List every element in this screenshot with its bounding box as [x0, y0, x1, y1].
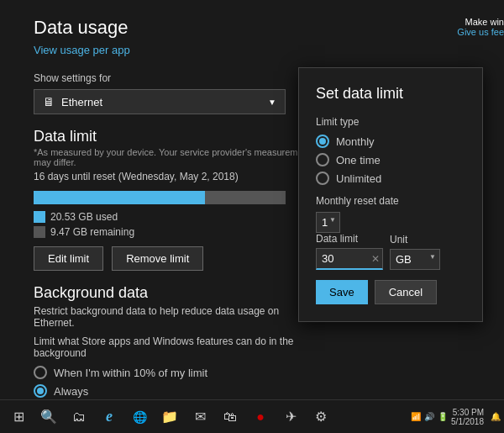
data-limit-input-wrap: ✕ — [316, 248, 383, 270]
ie-icon: 🌐 — [133, 410, 147, 424]
taskbar-sound-icon: 🔊 — [424, 412, 434, 421]
limit-type-label: Limit type — [316, 116, 465, 128]
data-limit-field-label: Data limit — [316, 233, 383, 245]
taskbar-time[interactable]: 5:30 PM 5/1/2018 — [451, 408, 484, 426]
monitor-icon: 🖥 — [43, 95, 55, 108]
bg-option-always[interactable]: Always — [34, 384, 470, 398]
top-right-links: Make win Give us fee — [457, 17, 504, 37]
folder-icon: 📁 — [161, 409, 178, 425]
taskbar-battery-icon: 🔋 — [438, 412, 448, 421]
reset-date-select-wrap: 1 2 5 10 15 20 25 — [316, 212, 340, 233]
search-icon: 🔍 — [40, 409, 57, 425]
time-display: 5:30 PM — [451, 408, 484, 417]
set-data-limit-modal: Set data limit Limit type Monthly One ti… — [298, 67, 483, 322]
data-limit-note: *As measured by your device. Your servic… — [34, 147, 319, 167]
taskbar-network-icon: 📶 — [411, 412, 421, 421]
taskbar-edge[interactable]: e — [94, 402, 124, 432]
chevron-down-icon: ▼ — [268, 98, 276, 107]
bg-option-always-label: Always — [54, 385, 88, 398]
used-dot — [34, 211, 45, 223]
unit-label: Unit — [390, 234, 440, 246]
remaining-label: 9.47 GB remaining — [50, 226, 134, 238]
taskbar-taskview[interactable]: 🗂 — [64, 402, 94, 432]
remaining-dot — [34, 226, 45, 238]
taskbar: ⊞ 🔍 🗂 e 🌐 📁 ✉ 🛍 ● ✈ ⚙ 📶 🔊 🔋 5:30 PM 5/1/… — [0, 399, 504, 433]
date-display: 5/1/2018 — [451, 417, 484, 426]
unit-select-wrap: GB MB — [390, 249, 440, 270]
modal-title: Set data limit — [316, 85, 465, 103]
reset-date-row: 1 2 5 10 15 20 25 — [316, 212, 465, 233]
telegram-icon: ✈ — [286, 409, 297, 425]
taskbar-notification-icon[interactable]: 🔔 — [491, 412, 501, 421]
view-usage-link[interactable]: View usage per app — [34, 44, 130, 56]
app1-icon: ● — [256, 409, 265, 425]
bg-radio-always[interactable] — [34, 384, 47, 398]
modal-radio-onetime[interactable] — [316, 153, 329, 166]
reset-date-select[interactable]: 1 2 5 10 15 20 25 — [316, 212, 340, 233]
taskbar-telegram[interactable]: ✈ — [276, 402, 306, 432]
modal-cancel-button[interactable]: Cancel — [375, 280, 437, 304]
edit-limit-button[interactable]: Edit limit — [34, 246, 103, 271]
modal-unlimited-option[interactable]: Unlimited — [316, 172, 465, 185]
network-dropdown[interactable]: 🖥 Ethernet ▼ — [34, 89, 286, 114]
clear-input-icon[interactable]: ✕ — [371, 253, 380, 265]
bg-data-desc: Restrict background data to help reduce … — [34, 305, 319, 329]
modal-unlimited-label: Unlimited — [336, 172, 381, 185]
taskbar-settings[interactable]: ⚙ — [306, 402, 336, 432]
taskbar-right: 📶 🔊 🔋 5:30 PM 5/1/2018 🔔 — [411, 408, 501, 426]
store-icon: 🛍 — [223, 409, 237, 425]
modal-button-row: Save Cancel — [316, 280, 465, 304]
modal-radio-unlimited[interactable] — [316, 172, 329, 185]
edge-icon: e — [106, 408, 113, 425]
unit-select[interactable]: GB MB — [390, 249, 440, 270]
taskbar-search[interactable]: 🔍 — [34, 402, 64, 432]
unit-col: Unit GB MB — [390, 234, 440, 270]
mail-icon: ✉ — [195, 409, 206, 425]
reset-date-label: Monthly reset date — [316, 195, 465, 207]
taskbar-start[interactable]: ⊞ — [3, 402, 34, 432]
modal-radio-monthly[interactable] — [316, 135, 329, 148]
data-usage-bar — [34, 191, 286, 204]
data-usage-fill — [34, 191, 205, 204]
give-us-link[interactable]: Give us fee — [457, 27, 504, 37]
data-limit-input-col: Data limit ✕ — [316, 233, 383, 270]
used-label: 20.53 GB used — [50, 211, 118, 223]
modal-monthly-label: Monthly — [336, 135, 375, 148]
bg-option-within10[interactable]: When I'm within 10% of my limit — [34, 366, 470, 379]
make-windows-label: Make win — [457, 17, 504, 27]
bg-option-within10-label: When I'm within 10% of my limit — [54, 367, 207, 379]
modal-onetime-label: One time — [336, 154, 381, 166]
taskbar-folder[interactable]: 📁 — [155, 402, 185, 432]
taskbar-store[interactable]: 🛍 — [215, 402, 245, 432]
modal-save-button[interactable]: Save — [316, 280, 368, 304]
modal-onetime-option[interactable]: One time — [316, 153, 465, 166]
modal-monthly-option[interactable]: Monthly — [316, 135, 465, 148]
data-limit-input-row: Data limit ✕ Unit GB MB — [316, 233, 465, 270]
taskbar-ie[interactable]: 🌐 — [124, 402, 155, 432]
page-title: Data usage — [34, 17, 470, 39]
dropdown-value: Ethernet — [61, 96, 102, 108]
taskbar-app1[interactable]: ● — [245, 402, 276, 432]
taskbar-mail[interactable]: ✉ — [185, 402, 215, 432]
bg-data-sublabel: Limit what Store apps and Windows featur… — [34, 335, 319, 359]
settings-icon: ⚙ — [315, 409, 327, 425]
bg-radio-within10[interactable] — [34, 366, 47, 379]
remove-limit-button[interactable]: Remove limit — [112, 246, 203, 271]
